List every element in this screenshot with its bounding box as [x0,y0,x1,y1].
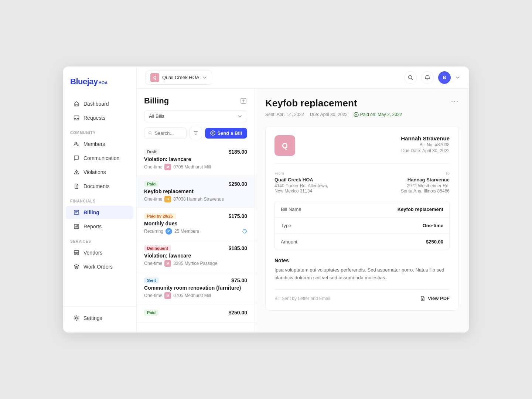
to-name: Hannag Starvenue [401,177,450,183]
bill-amount: $250.00 [228,310,247,316]
bills-header-icon[interactable] [240,97,247,105]
send-bill-button[interactable]: Send a Bill [205,128,247,139]
sidebar-item-requests-label: Requests [83,115,105,121]
content-area: Billing All Bills [137,89,469,332]
filter-icon [193,130,198,136]
notification-button[interactable] [421,71,434,84]
sidebar-item-settings-label: Settings [83,315,102,321]
bill-name-value: Keyfob replacement [398,207,443,212]
bills-panel: Billing All Bills [137,89,255,332]
bill-type: One-time [144,293,162,298]
org-selector[interactable]: Q Quail Creek HOA [146,71,212,85]
bills-list: Draft $185.00 Violation: lawncare One-ti… [137,144,255,332]
sidebar-item-documents-label: Documents [83,183,110,189]
view-pdf-button[interactable]: View PDF [420,296,450,301]
to-label: To [401,171,450,175]
user-initial: B [443,75,446,80]
notes-label: Notes [274,258,450,263]
sidebar-item-members-label: Members [83,141,105,147]
bill-amount: $75.00 [231,277,247,283]
sidebar-item-violations[interactable]: Violations [66,166,133,179]
bill-footer: Bill Sent by Letter and Email View PDF [274,289,450,301]
bill-from: From Quail Creek HOA 4140 Parker Rd. All… [274,171,328,194]
search-box [144,127,187,139]
bill-amount-row: Amount $250.00 [275,234,449,250]
bill-name-row: Bill Name Keyfob replacement [275,201,449,218]
sidebar: Bluejay HOA Dashboard Requests COMMUNITY [63,66,137,332]
type-value: One-time [423,223,443,228]
paid-status: Paid on: May 2, 2022 [354,112,402,117]
sidebar-item-billing[interactable]: Billing [66,206,133,219]
all-bills-select[interactable]: All Bills [144,110,247,122]
sidebar-item-vendors[interactable]: Vendors [66,246,133,259]
bill-to: To Hannag Starvenue 2972 Westheimer Rd. … [401,171,450,194]
store-icon [73,249,80,256]
sidebar-item-communication[interactable]: Communication [66,151,133,165]
status-badge: Paid [144,181,158,187]
sidebar-item-workorders-label: Work Orders [83,264,113,270]
member-avatar: H [164,196,171,202]
bill-number: Bill No: #87038 [401,142,450,147]
bills-title: Billing [144,96,169,106]
bill-type: One-time [144,164,162,170]
sidebar-item-requests[interactable]: Requests [66,111,133,125]
bill-detail-title: Keyfob replacement [265,98,357,109]
sidebar-item-reports[interactable]: Reports [66,220,133,233]
sidebar-item-dashboard-label: Dashboard [83,101,109,107]
list-item[interactable]: Paid $250.00 Keyfob replacement One-time… [137,176,255,208]
sidebar-item-settings[interactable]: Settings [66,311,133,325]
member-avatar: M [164,292,171,299]
paid-date: Paid on: May 2, 2022 [360,112,402,117]
search-button[interactable] [404,71,417,84]
bills-header: Billing [137,89,255,110]
sidebar-item-documents[interactable]: Documents [66,180,133,193]
member-name: 3385 Myrtice Passage [173,261,217,266]
list-item[interactable]: Draft $185.00 Violation: lawncare One-ti… [137,144,255,176]
list-item[interactable]: Paid $250.00 [137,304,255,323]
svg-point-13 [354,112,358,117]
user-avatar[interactable]: B [438,71,451,84]
chart-icon [73,223,80,230]
member-name: 25 Members [174,229,199,234]
org-name: Quail Creek HOA [162,75,199,80]
status-badge: Sent [144,277,159,283]
search-icon [148,130,152,136]
bill-name: Violation: lawncare [144,156,247,162]
svg-point-2 [76,173,76,174]
bill-meta: One-time M 0705 Medhurst Mill [144,164,247,170]
gear-icon [73,315,80,321]
pdf-icon [420,296,426,301]
status-badge: Paid by 20/25 [144,213,176,219]
type-label: Type [281,223,291,228]
search-input[interactable] [154,130,182,136]
financials-section-label: FINANCIALS [63,193,136,205]
more-options-button[interactable]: ··· [451,98,459,105]
sent-by-label: Bill Sent by Letter and Email [274,296,330,301]
sidebar-bottom: Settings [63,306,136,325]
member-name: 0705 Medhurst Mill [173,293,211,298]
file-icon [73,183,80,190]
community-section-label: COMMUNITY [63,125,136,137]
all-bills-label: All Bills [149,113,164,119]
bill-meta: One-time M 3385 Myrtice Passage [144,260,247,267]
bill-amount: $185.00 [228,245,247,251]
list-item[interactable]: Paid by 20/25 $175.00 Monthly dues Recur… [137,208,255,240]
member-name: 0705 Medhurst Mill [173,164,211,170]
plus-circle-icon [210,130,215,136]
sidebar-item-members[interactable]: Members [66,137,133,151]
bill-type: One-time [144,197,162,202]
filter-button[interactable] [190,127,202,139]
header-actions: B [404,71,460,84]
sidebar-item-dashboard[interactable]: Dashboard [66,97,133,110]
sidebar-item-vendors-label: Vendors [83,250,102,256]
list-item[interactable]: Delinquent $185.00 Violation: lawncare O… [137,240,255,272]
list-item[interactable]: Sent $75.00 Community room renovation (f… [137,272,255,304]
sidebar-item-workorders[interactable]: Work Orders [66,260,133,273]
svg-point-11 [168,230,169,231]
check-circle-icon [354,112,359,117]
status-badge: Draft [144,149,160,155]
bill-name: Violation: lawncare [144,253,247,259]
chevron-down-icon [237,114,242,119]
bill-recipient-info: Hannah Stravenue Bill No: #87038 Due Dat… [401,135,450,153]
bills-filter-row: All Bills [137,110,255,127]
